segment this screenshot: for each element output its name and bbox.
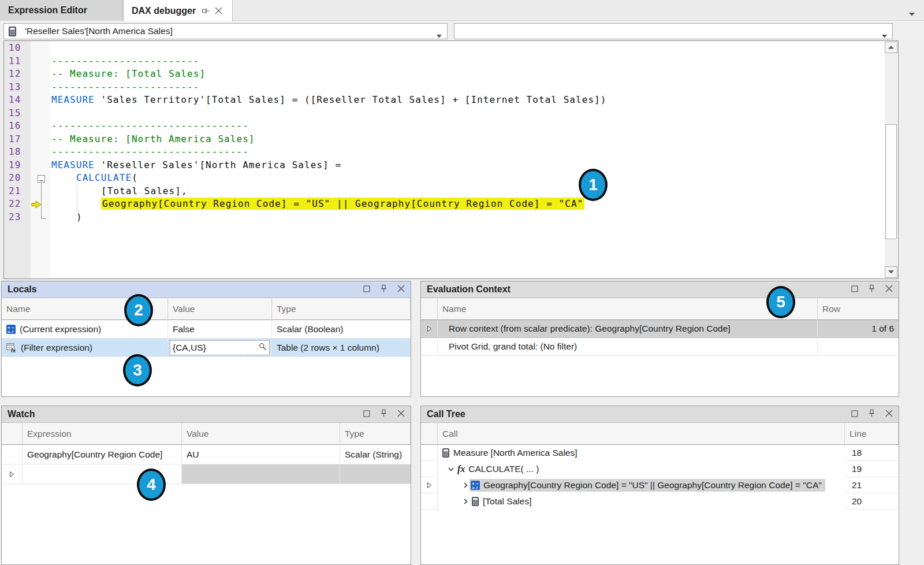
column-header-expression[interactable]: Expression bbox=[23, 423, 182, 445]
code-line: 10 bbox=[4, 42, 898, 55]
locals-title-bar: Locals bbox=[2, 281, 411, 298]
maximize-icon[interactable] bbox=[363, 284, 370, 295]
close-icon[interactable] bbox=[397, 409, 405, 419]
scrollbar-thumb[interactable] bbox=[885, 124, 897, 239]
chevron-down-icon[interactable] bbox=[882, 30, 887, 40]
scroll-up-icon[interactable] bbox=[885, 42, 897, 53]
close-icon[interactable] bbox=[885, 284, 893, 295]
line-number[interactable]: 20 bbox=[4, 172, 31, 185]
chevron-down-icon[interactable] bbox=[909, 8, 915, 18]
call-tree-grid: Call Line Measure [North America Sales] … bbox=[421, 423, 899, 510]
callout-4: 4 bbox=[137, 469, 166, 501]
highlighted-expression: Geography[Country Region Code] = "US" ||… bbox=[101, 198, 584, 210]
line-number[interactable]: 10 bbox=[4, 42, 31, 55]
indent-guide bbox=[77, 185, 77, 211]
line-number[interactable]: 12 bbox=[4, 68, 31, 81]
chevron-right-icon[interactable] bbox=[461, 482, 470, 488]
callout-3: 3 bbox=[123, 354, 152, 386]
pin-icon[interactable] bbox=[868, 409, 875, 420]
fx-icon: fx bbox=[457, 464, 465, 474]
pin-icon[interactable] bbox=[380, 284, 388, 295]
line-number[interactable]: 23 bbox=[4, 211, 31, 224]
tab-dax-debugger[interactable]: DAX debugger bbox=[123, 0, 233, 21]
table-fx-icon: fx bbox=[6, 343, 17, 352]
chevron-down-icon[interactable] bbox=[437, 30, 442, 40]
tab-bar: Expression Editor DAX debugger bbox=[0, 0, 924, 21]
panel-title: Locals bbox=[8, 284, 37, 295]
fold-collapse-icon[interactable] bbox=[38, 175, 45, 183]
line-number[interactable]: 21 bbox=[4, 185, 31, 198]
column-header-name[interactable]: Name bbox=[438, 298, 818, 320]
chevron-down-icon[interactable] bbox=[447, 467, 455, 471]
calculator-icon bbox=[472, 497, 479, 506]
measure-selector[interactable]: 'Reseller Sales'[North America Sales] bbox=[3, 23, 448, 39]
editor-vertical-scrollbar[interactable] bbox=[885, 42, 897, 278]
close-icon[interactable] bbox=[885, 409, 893, 419]
panel-title: Evaluation Context bbox=[427, 284, 511, 295]
code-line: 19MEASURE 'Reseller Sales'[North America… bbox=[4, 159, 898, 172]
close-icon[interactable] bbox=[397, 284, 405, 295]
measure-selector-value: 'Reseller Sales'[North America Sales] bbox=[25, 26, 173, 36]
locals-grid: Name Value Type +−=/ (Current expression… bbox=[2, 298, 411, 357]
line-number[interactable]: 14 bbox=[4, 94, 31, 107]
watch-panel: Watch Expression Value Type Geography[Co… bbox=[1, 406, 411, 565]
expression-icon: +−=/ bbox=[6, 325, 16, 334]
callout-1: 1 bbox=[579, 169, 608, 201]
svg-text:=: = bbox=[8, 329, 10, 334]
svg-text:fx: fx bbox=[11, 347, 16, 352]
watch-grid: Expression Value Type Geography[Country … bbox=[2, 423, 411, 484]
pin-icon[interactable] bbox=[380, 409, 388, 420]
code-line: 12-- Measure: [Total Sales] bbox=[4, 68, 898, 81]
panel-title: Call Tree bbox=[427, 409, 465, 419]
pin-icon[interactable] bbox=[202, 6, 210, 15]
execution-pointer-icon bbox=[31, 200, 42, 211]
maximize-icon[interactable] bbox=[363, 409, 370, 419]
code-line: 23) bbox=[4, 211, 898, 224]
line-number[interactable]: 15 bbox=[4, 107, 31, 120]
row-selector-header bbox=[2, 423, 23, 445]
maximize-icon[interactable] bbox=[851, 284, 858, 295]
code-lines: 10 11------------------------ 12-- Measu… bbox=[4, 42, 898, 224]
row-selector-header bbox=[421, 423, 438, 445]
row-selector-header bbox=[421, 298, 438, 320]
column-header-value[interactable]: Value bbox=[182, 423, 340, 445]
magnifier-icon[interactable] bbox=[259, 343, 267, 353]
selected-call: +−=/ Geography[Country Region Code] = "U… bbox=[470, 479, 825, 492]
line-number[interactable]: 22 bbox=[4, 198, 31, 211]
line-number[interactable]: 18 bbox=[4, 146, 31, 159]
close-icon[interactable] bbox=[215, 7, 222, 14]
secondary-selector[interactable] bbox=[454, 23, 893, 39]
column-header-line[interactable]: Line bbox=[845, 423, 899, 445]
line-number[interactable]: 16 bbox=[4, 120, 31, 133]
code-line: 20CALCULATE( bbox=[4, 172, 898, 185]
scroll-down-icon[interactable] bbox=[885, 266, 897, 278]
column-header-type[interactable]: Type bbox=[340, 423, 411, 445]
line-number[interactable]: 19 bbox=[4, 159, 31, 172]
locals-panel: Locals Name Value Type +−=/ (Current exp… bbox=[1, 281, 411, 397]
maximize-icon[interactable] bbox=[851, 409, 858, 419]
filter-value-box[interactable]: {CA,US} bbox=[170, 340, 270, 355]
calculator-icon bbox=[9, 27, 16, 36]
line-number[interactable]: 17 bbox=[4, 133, 31, 146]
code-line: 21[Total Sales], bbox=[4, 185, 898, 198]
column-header-call[interactable]: Call bbox=[438, 423, 845, 445]
column-header-type[interactable]: Type bbox=[272, 298, 411, 320]
pin-icon[interactable] bbox=[868, 284, 875, 295]
callout-5: 5 bbox=[766, 286, 795, 318]
tab-label: Expression Editor bbox=[8, 5, 87, 16]
svg-text:=: = bbox=[472, 485, 475, 490]
expression-icon: +−=/ bbox=[471, 481, 480, 490]
evaluation-context-title-bar: Evaluation Context bbox=[421, 281, 899, 298]
code-line: 14MEASURE 'Sales Territory'[Total Sales]… bbox=[4, 94, 898, 107]
column-header-row[interactable]: Row bbox=[818, 298, 899, 320]
row-marker-icon bbox=[10, 469, 14, 479]
code-editor[interactable]: 10 11------------------------ 12-- Measu… bbox=[3, 40, 899, 279]
column-header-value[interactable]: Value bbox=[168, 298, 272, 320]
chevron-right-icon[interactable] bbox=[461, 499, 470, 504]
line-number[interactable]: 11 bbox=[4, 55, 31, 68]
tab-label: DAX debugger bbox=[132, 6, 196, 16]
code-line: 15 bbox=[4, 107, 898, 120]
tab-expression-editor[interactable]: Expression Editor bbox=[0, 0, 123, 21]
call-tree-title-bar: Call Tree bbox=[421, 406, 899, 423]
line-number[interactable]: 13 bbox=[4, 81, 31, 94]
